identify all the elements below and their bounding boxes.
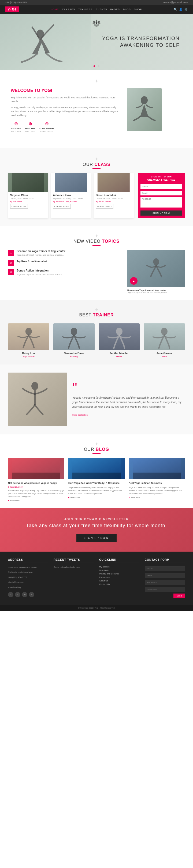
svg-point-10 bbox=[96, 25, 97, 27]
contact-email-input[interactable] bbox=[145, 573, 185, 578]
trainer-icon: ✦ bbox=[8, 307, 185, 313]
signup-email-input[interactable] bbox=[141, 191, 182, 195]
advance-learn-more[interactable]: LEARN MORE bbox=[53, 204, 71, 209]
nav-pages[interactable]: PAGES bbox=[110, 8, 120, 11]
video-inner: 1 Become an Yoga trainer at Yogi center … bbox=[8, 250, 185, 293]
jenifer-image bbox=[99, 323, 140, 350]
nav-home[interactable]: HOME bbox=[51, 8, 59, 11]
cta-signup-btn[interactable]: SIGN UP NOW bbox=[76, 534, 117, 542]
svg-rect-0 bbox=[0, 14, 91, 70]
svg-rect-27 bbox=[8, 373, 67, 426]
signup-submit-btn[interactable]: SIGN UP NOW bbox=[141, 211, 182, 216]
nav-shop[interactable]: SHOP bbox=[134, 8, 142, 11]
welcome-para2: At Yogi, we do not only teach yoga, we s… bbox=[11, 106, 121, 117]
contact-message-input[interactable] bbox=[145, 587, 185, 592]
nav-trainers[interactable]: TRAINERS bbox=[78, 8, 93, 11]
welcome-icon: ✦ bbox=[11, 78, 182, 84]
blog-excerpt-1: Research on Yoga Says Every Day? The 10 … bbox=[8, 489, 64, 498]
search-icon[interactable]: 🔍 bbox=[174, 8, 177, 11]
trainer-divider bbox=[92, 319, 101, 319]
footer-inner: Address 1285 West Wind Game Harbor No.Me… bbox=[8, 558, 185, 598]
daisy-name: Daisy Low bbox=[8, 352, 49, 355]
quicklink-contact[interactable]: Contact Us bbox=[99, 583, 140, 586]
blog-meta-1: October 23, 2019 bbox=[8, 486, 64, 488]
svg-point-24 bbox=[116, 328, 122, 335]
quicklink-new-order[interactable]: New Order bbox=[99, 569, 140, 571]
dot-1[interactable] bbox=[93, 65, 95, 67]
blog-read-1[interactable]: Read more bbox=[8, 499, 64, 501]
blog-post-2: How Yoga Can Work Your Body: A Response … bbox=[68, 458, 125, 501]
feature-balance: ⊕ BALANCE BODY AND ... bbox=[11, 121, 21, 140]
samantha-role: Piloxing bbox=[53, 355, 94, 358]
signup-message-input[interactable] bbox=[141, 197, 182, 208]
blog-read-3[interactable]: Read more bbox=[129, 496, 185, 498]
quicklink-promotions[interactable]: Promotions bbox=[99, 576, 140, 579]
footer-address-line1: 1285 West Wind Game Harbor bbox=[8, 566, 48, 569]
welcome-woman-image bbox=[127, 88, 162, 131]
video-caption-sub: Yoga is a physical, mental, and spiritua… bbox=[127, 291, 185, 293]
video-num-2: 2 bbox=[8, 260, 14, 266]
vinyasa-body: Vinyasa Class July 11, 2019 | 13:00 - 15… bbox=[8, 192, 48, 211]
contact-name-input[interactable] bbox=[145, 566, 185, 571]
advance-date: September 21, 2019 | 13:00 - 17:00 bbox=[53, 197, 89, 199]
basic-title: Basic Kundalini bbox=[96, 194, 131, 197]
svg-rect-32 bbox=[72, 472, 121, 479]
linkedin-icon[interactable]: li bbox=[29, 592, 34, 597]
vinyasa-learn-more[interactable]: LEARN MORE bbox=[10, 204, 28, 209]
svg-rect-25 bbox=[146, 323, 183, 350]
class-card-vinyasa: Vinyasa Class July 11, 2019 | 13:00 - 15… bbox=[8, 173, 48, 218]
footer: Address 1285 West Wind Game Harbor No.Me… bbox=[0, 552, 193, 605]
healthy-icon: ⊕ bbox=[25, 121, 35, 126]
svg-rect-23 bbox=[100, 323, 138, 350]
nav-blog[interactable]: BLOG bbox=[123, 8, 131, 11]
advance-image bbox=[51, 173, 91, 192]
footer-email: studio@test.com bbox=[8, 580, 48, 584]
cart-icon[interactable]: 🛒 bbox=[184, 8, 188, 11]
svg-point-22 bbox=[71, 328, 77, 335]
quicklink-account[interactable]: My account bbox=[99, 566, 140, 568]
quicklink-privacy[interactable]: Privacy and Security bbox=[99, 572, 140, 575]
video-desc-1: Yoga is a physical, mental, and spiritua… bbox=[16, 253, 66, 256]
svg-point-2 bbox=[96, 22, 97, 24]
dot-2[interactable] bbox=[98, 65, 100, 67]
jenifer-role: Hatha bbox=[99, 355, 140, 358]
contact-address-input[interactable] bbox=[145, 580, 185, 585]
testimonial-image bbox=[8, 373, 67, 426]
signup-form: SIGN UP TO WIN ONE WEEK FREE TRIAL SIGN … bbox=[138, 173, 185, 218]
nav-events[interactable]: EVENTS bbox=[96, 8, 107, 11]
contact-send-btn[interactable]: Send bbox=[173, 593, 185, 598]
svg-point-7 bbox=[92, 22, 95, 24]
blog-excerpt-3: Yoga and meditation may do more than jus… bbox=[129, 486, 185, 495]
testimonial-content: " Yoga is my second family where I've le… bbox=[72, 382, 185, 417]
trainers-row: Daisy Low Yoga dancer Samantha Dave Pilo… bbox=[8, 323, 185, 358]
video-text-1: Become an Yoga trainer at Yogi center Yo… bbox=[16, 250, 66, 256]
jane-image bbox=[144, 323, 185, 350]
video-bg: ▶ bbox=[127, 250, 185, 287]
video-icon: ✦ bbox=[8, 233, 185, 239]
nav-classes[interactable]: CLASSES bbox=[62, 8, 75, 11]
cta-section: JOIN OUR DYNAMIC NEWSLETTER Take any cla… bbox=[0, 508, 193, 552]
jane-role: Hatha bbox=[144, 355, 185, 358]
signup-name-input[interactable] bbox=[141, 184, 182, 189]
footer-contact-col: Contact Form Send bbox=[145, 558, 185, 598]
blog-read-2[interactable]: Read more bbox=[68, 496, 125, 498]
footer-tweets-title: Recent Tweets bbox=[53, 558, 94, 563]
svg-point-20 bbox=[26, 328, 32, 335]
jane-name: Jane Garner bbox=[144, 352, 185, 355]
facebook-icon[interactable]: f bbox=[8, 592, 13, 597]
video-title-1: Become an Yoga trainer at Yogi center bbox=[16, 250, 66, 253]
testimonial-read-more[interactable]: More dedication bbox=[72, 414, 88, 416]
instagram-icon[interactable]: in bbox=[22, 592, 27, 597]
hero-yoga-image bbox=[0, 14, 91, 70]
topbar-phone: +96 (123) 456-4895 bbox=[5, 1, 27, 4]
quicklink-about[interactable]: About Us bbox=[99, 580, 140, 582]
user-icon[interactable]: 👤 bbox=[179, 8, 182, 11]
trainer-jane: Jane Garner Hatha bbox=[144, 323, 185, 358]
samantha-image bbox=[53, 323, 94, 350]
basic-learn-more[interactable]: LEARN MORE bbox=[96, 204, 113, 209]
twitter-icon[interactable]: t bbox=[15, 592, 21, 597]
footer-contact-title: Contact Form bbox=[145, 558, 185, 563]
video-divider bbox=[92, 245, 101, 246]
basic-by: By Jordan Mueller bbox=[96, 200, 131, 203]
hero-title: YOGA IS TRANSFORMATION AWAKENING TO SELF bbox=[102, 35, 180, 49]
